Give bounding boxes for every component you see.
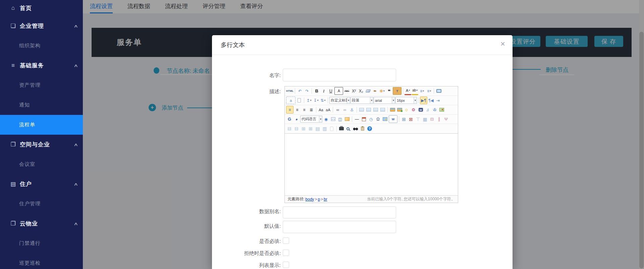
insert-col-right-icon[interactable]: ⊞ — [307, 125, 314, 132]
superscript-icon[interactable]: X² — [351, 87, 357, 94]
insert-image-icon[interactable] — [389, 106, 396, 113]
insert-col-icon[interactable]: ∥ — [436, 116, 442, 123]
sidebar-item-enterprise-mgmt[interactable]: ❏企业管理∧ — [0, 16, 83, 36]
to-uppercase-icon[interactable]: Aa — [318, 106, 324, 113]
paste-icon[interactable] — [359, 125, 366, 132]
underline-icon[interactable]: U — [327, 87, 334, 94]
print-icon[interactable] — [338, 125, 345, 132]
sidebar-item-resident[interactable]: ▤住户∧ — [0, 174, 83, 194]
music-icon[interactable]: ♫ — [424, 106, 431, 113]
sidebar-item-notifications[interactable]: 通知 — [0, 95, 83, 115]
path-link-body[interactable]: body — [305, 197, 314, 202]
word-image-icon[interactable]: W — [389, 115, 397, 123]
sidebar-item-basic-services[interactable]: ≡基础服务∧ — [0, 56, 83, 75]
emotion-icon[interactable]: ☺ — [403, 106, 410, 113]
insert-code-icon[interactable]: ◉ — [323, 116, 329, 123]
align-right-icon[interactable]: ≡ — [301, 106, 308, 113]
custom-title-select[interactable]: 自定义标题▾ — [329, 97, 350, 104]
name-input[interactable] — [283, 69, 396, 81]
insert-col-left-icon[interactable]: ⊞ — [300, 125, 307, 132]
baidu-map-icon[interactable] — [382, 116, 388, 123]
sidebar-item-resident-mgmt[interactable]: 住户管理 — [0, 194, 83, 214]
subscript-icon[interactable]: X₂ — [358, 87, 364, 94]
paragraph-spacing-top-icon[interactable]: ↥▾ — [306, 97, 312, 104]
ordered-list-icon[interactable]: ≡▾ — [419, 87, 425, 94]
insert-row-above-icon[interactable]: ⊟ — [286, 125, 293, 132]
paragraph-spacing-bottom-icon[interactable]: ↧▾ — [313, 97, 319, 104]
bold-icon[interactable]: B — [313, 87, 320, 94]
sidebar-item-cloud-property[interactable]: ❐云物业∧ — [0, 214, 83, 233]
sidebar-item-home[interactable]: ⌂首页 — [0, 0, 83, 16]
sidebar-item-org-structure[interactable]: 组织架构 — [0, 36, 83, 56]
sidebar-item-access-control[interactable]: 门禁通行 — [0, 233, 83, 253]
chart-icon[interactable]: ◕ — [293, 116, 300, 123]
align-left-icon[interactable]: ≡ — [286, 106, 293, 114]
align-center-icon[interactable]: ≡ — [294, 106, 301, 113]
back-color-icon[interactable]: ab▾ — [412, 87, 418, 95]
editor-content-area[interactable] — [285, 134, 458, 195]
code-language-select[interactable]: 代码语言▾ — [300, 116, 322, 123]
path-link-p[interactable]: p — [318, 197, 320, 202]
insert-date-icon[interactable] — [361, 116, 367, 123]
ltr-icon[interactable]: ▶¶ — [420, 96, 427, 104]
close-icon[interactable]: × — [500, 40, 505, 48]
image-layout-right-icon[interactable] — [372, 106, 379, 113]
format-painter-icon[interactable]: ✒ — [372, 87, 378, 94]
template-icon[interactable]: ◫ — [337, 116, 343, 123]
table-title-icon[interactable]: ⊤ — [415, 116, 421, 123]
sort-table-icon[interactable]: ▦ — [422, 116, 428, 123]
insert-video-icon[interactable] — [417, 106, 424, 113]
list-display-checkbox[interactable] — [283, 262, 289, 268]
char-border-icon[interactable]: A — [334, 87, 343, 95]
italic-icon[interactable]: I — [320, 87, 327, 94]
sidebar-item-meeting-room[interactable]: 会议室 — [0, 154, 83, 174]
special-chars-icon[interactable]: Ω — [375, 116, 381, 123]
insert-table-icon[interactable]: ⊞ — [400, 116, 407, 123]
line-height-icon[interactable]: ⇅▾ — [320, 97, 326, 104]
auto-typeset-icon[interactable]: ✻▾ — [379, 87, 385, 94]
unlink-icon[interactable]: ∞ — [341, 106, 348, 113]
font-color-icon[interactable]: A▾ — [405, 87, 411, 95]
scrawl-icon[interactable]: ❂ — [410, 106, 417, 113]
sidebar-item-space-enterprise[interactable]: ❐空间与企业∧ — [0, 135, 83, 154]
insert-time-icon[interactable]: ◷ — [368, 116, 374, 123]
image-layout-center-icon[interactable] — [379, 106, 386, 113]
image-layout-left-icon[interactable] — [365, 106, 372, 113]
anchor-icon[interactable]: ⚓ — [348, 106, 355, 113]
remove-format-icon[interactable] — [365, 87, 371, 94]
strikethrough-icon[interactable]: ABC — [343, 87, 350, 94]
screenshot-icon[interactable] — [396, 106, 403, 113]
fullscreen-icon[interactable] — [435, 87, 442, 94]
find-replace-icon[interactable] — [352, 125, 359, 132]
sidebar-item-workflow-form[interactable]: 流程单 — [0, 115, 83, 135]
image-layout-none-icon[interactable] — [358, 106, 365, 113]
background-icon[interactable] — [344, 116, 351, 123]
delete-row-icon[interactable]: ▤ — [314, 125, 321, 132]
split-cells-icon[interactable]: Ψ — [443, 116, 449, 123]
reject-required-checkbox[interactable] — [283, 250, 289, 256]
undo-icon[interactable]: ↶ — [297, 87, 303, 94]
path-link-br[interactable]: br — [324, 197, 327, 202]
insert-row-below-icon[interactable]: ⊟ — [293, 125, 300, 132]
paste-plain-icon[interactable]: T — [393, 87, 401, 95]
attachment-icon[interactable]: ✇ — [431, 106, 438, 113]
delete-table-icon[interactable]: ⊠ — [408, 116, 414, 123]
sidebar-item-patrol-inspection[interactable]: 巡更巡检 — [0, 253, 83, 269]
merge-cells-icon[interactable]: ⊟ — [429, 116, 435, 123]
map-icon[interactable] — [438, 106, 445, 113]
source-code-icon[interactable]: HTML — [286, 87, 293, 94]
page-break-icon[interactable] — [330, 116, 336, 123]
blockquote-icon[interactable]: ❝ — [386, 87, 392, 94]
unordered-list-icon[interactable]: ≡▾ — [426, 87, 432, 94]
redo-icon[interactable]: ↷ — [304, 87, 310, 94]
align-justify-icon[interactable]: ≣ — [308, 106, 315, 113]
required-checkbox[interactable] — [283, 238, 289, 244]
link-icon[interactable]: ∞ — [334, 106, 341, 113]
help-icon[interactable] — [366, 125, 373, 132]
default-value-input[interactable] — [283, 221, 396, 233]
anchor-name-icon[interactable]: a — [286, 96, 296, 104]
delete-col-icon[interactable]: ▥ — [321, 125, 328, 132]
alias-input[interactable] — [283, 206, 396, 218]
horizontal-rule-icon[interactable]: — — [354, 116, 360, 123]
google-map-icon[interactable]: G — [286, 116, 293, 123]
